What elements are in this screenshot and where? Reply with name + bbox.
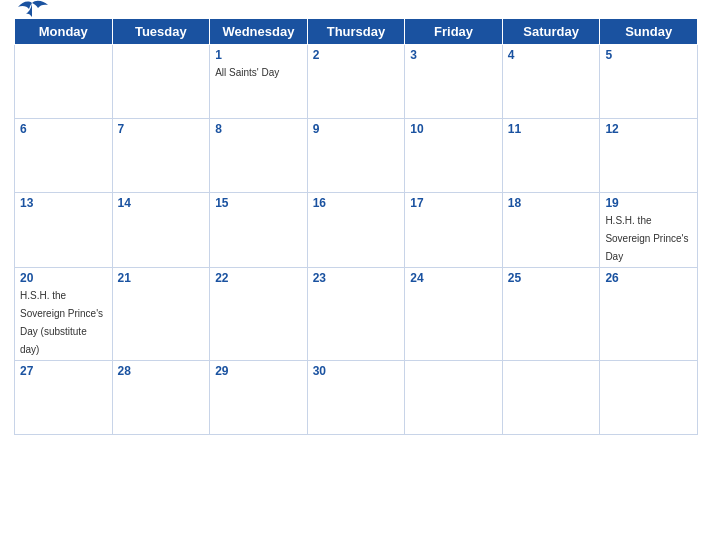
calendar-cell [15, 45, 113, 119]
day-number: 25 [508, 271, 595, 285]
day-number: 27 [20, 364, 107, 378]
weekday-header-sunday: Sunday [600, 19, 698, 45]
weekday-header-saturday: Saturday [502, 19, 600, 45]
day-number: 23 [313, 271, 400, 285]
day-number: 22 [215, 271, 302, 285]
day-number: 8 [215, 122, 302, 136]
day-number: 14 [118, 196, 205, 210]
week-row-3: 13141516171819H.S.H. the Sovereign Princ… [15, 193, 698, 268]
calendar-cell: 23 [307, 268, 405, 361]
calendar-cell: 19H.S.H. the Sovereign Prince's Day [600, 193, 698, 268]
day-number: 16 [313, 196, 400, 210]
calendar-cell: 7 [112, 119, 210, 193]
calendar-wrapper: MondayTuesdayWednesdayThursdayFridaySatu… [0, 0, 712, 449]
event-text: All Saints' Day [215, 67, 279, 78]
calendar-cell: 17 [405, 193, 503, 268]
day-number: 19 [605, 196, 692, 210]
calendar-table: MondayTuesdayWednesdayThursdayFridaySatu… [14, 18, 698, 435]
weekday-header-monday: Monday [15, 19, 113, 45]
calendar-cell: 1All Saints' Day [210, 45, 308, 119]
day-number: 11 [508, 122, 595, 136]
calendar-cell: 30 [307, 361, 405, 435]
calendar-cell: 3 [405, 45, 503, 119]
calendar-cell: 11 [502, 119, 600, 193]
weekday-header-row: MondayTuesdayWednesdayThursdayFridaySatu… [15, 19, 698, 45]
calendar-cell: 14 [112, 193, 210, 268]
week-row-1: 1All Saints' Day2345 [15, 45, 698, 119]
calendar-cell: 26 [600, 268, 698, 361]
calendar-cell: 18 [502, 193, 600, 268]
event-text: H.S.H. the Sovereign Prince's Day (subst… [20, 290, 103, 355]
calendar-cell: 4 [502, 45, 600, 119]
day-number: 13 [20, 196, 107, 210]
calendar-cell [600, 361, 698, 435]
calendar-cell: 22 [210, 268, 308, 361]
day-number: 21 [118, 271, 205, 285]
day-number: 2 [313, 48, 400, 62]
day-number: 24 [410, 271, 497, 285]
calendar-cell: 21 [112, 268, 210, 361]
calendar-cell [405, 361, 503, 435]
day-number: 30 [313, 364, 400, 378]
weekday-header-wednesday: Wednesday [210, 19, 308, 45]
calendar-cell: 25 [502, 268, 600, 361]
weekday-header-friday: Friday [405, 19, 503, 45]
day-number: 9 [313, 122, 400, 136]
weekday-header-thursday: Thursday [307, 19, 405, 45]
day-number: 28 [118, 364, 205, 378]
day-number: 12 [605, 122, 692, 136]
calendar-cell: 29 [210, 361, 308, 435]
day-number: 20 [20, 271, 107, 285]
calendar-cell: 5 [600, 45, 698, 119]
calendar-cell [502, 361, 600, 435]
day-number: 7 [118, 122, 205, 136]
calendar-cell: 12 [600, 119, 698, 193]
day-number: 18 [508, 196, 595, 210]
day-number: 6 [20, 122, 107, 136]
day-number: 10 [410, 122, 497, 136]
logo-icon [14, 0, 50, 21]
calendar-cell: 28 [112, 361, 210, 435]
calendar-cell: 9 [307, 119, 405, 193]
calendar-cell: 27 [15, 361, 113, 435]
event-text: H.S.H. the Sovereign Prince's Day [605, 215, 688, 262]
calendar-cell: 8 [210, 119, 308, 193]
day-number: 1 [215, 48, 302, 62]
calendar-cell [112, 45, 210, 119]
calendar-cell: 16 [307, 193, 405, 268]
day-number: 29 [215, 364, 302, 378]
logo-area [14, 0, 50, 21]
day-number: 4 [508, 48, 595, 62]
calendar-cell: 15 [210, 193, 308, 268]
calendar-cell: 13 [15, 193, 113, 268]
day-number: 17 [410, 196, 497, 210]
weekday-header-tuesday: Tuesday [112, 19, 210, 45]
calendar-cell: 6 [15, 119, 113, 193]
calendar-cell: 10 [405, 119, 503, 193]
calendar-cell: 24 [405, 268, 503, 361]
day-number: 3 [410, 48, 497, 62]
day-number: 26 [605, 271, 692, 285]
week-row-4: 20H.S.H. the Sovereign Prince's Day (sub… [15, 268, 698, 361]
week-row-2: 6789101112 [15, 119, 698, 193]
day-number: 15 [215, 196, 302, 210]
calendar-cell: 20H.S.H. the Sovereign Prince's Day (sub… [15, 268, 113, 361]
day-number: 5 [605, 48, 692, 62]
week-row-5: 27282930 [15, 361, 698, 435]
calendar-cell: 2 [307, 45, 405, 119]
